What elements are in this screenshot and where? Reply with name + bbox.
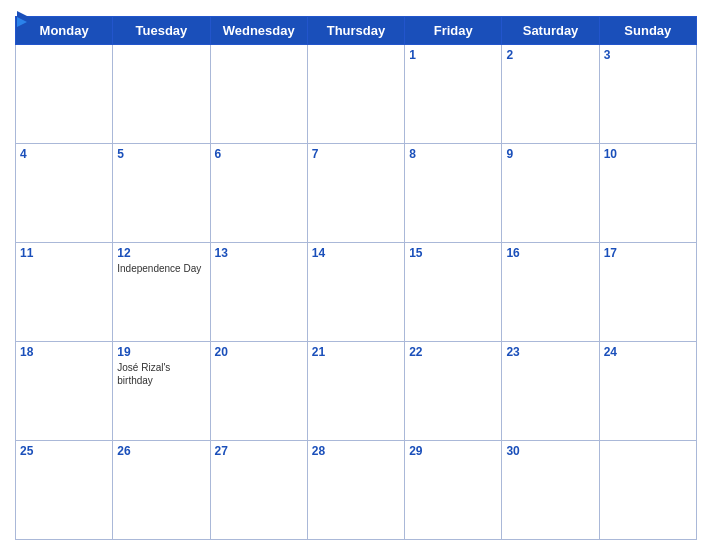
calendar-cell [113,45,210,144]
day-number: 23 [506,345,594,359]
day-number: 26 [117,444,205,458]
day-number: 13 [215,246,303,260]
calendar-cell: 9 [502,144,599,243]
calendar-cell: 1 [405,45,502,144]
day-number: 24 [604,345,692,359]
day-number: 16 [506,246,594,260]
calendar-cell: 15 [405,243,502,342]
calendar-cell: 4 [16,144,113,243]
calendar-cell: 29 [405,441,502,540]
day-number: 8 [409,147,497,161]
day-number: 2 [506,48,594,62]
calendar-cell: 28 [307,441,404,540]
day-number: 25 [20,444,108,458]
calendar-cell: 20 [210,342,307,441]
calendar-cell [599,441,696,540]
calendar-cell: 25 [16,441,113,540]
calendar-cell: 23 [502,342,599,441]
calendar-cell: 2 [502,45,599,144]
day-number: 15 [409,246,497,260]
day-number: 7 [312,147,400,161]
day-number: 19 [117,345,205,359]
calendar-cell: 16 [502,243,599,342]
calendar-table: MondayTuesdayWednesdayThursdayFridaySatu… [15,16,697,540]
weekday-header-tuesday: Tuesday [113,17,210,45]
calendar-cell: 6 [210,144,307,243]
calendar-cell: 18 [16,342,113,441]
calendar-cell: 11 [16,243,113,342]
calendar-cell [307,45,404,144]
day-number: 9 [506,147,594,161]
day-number: 1 [409,48,497,62]
week-row-3: 1112Independence Day1314151617 [16,243,697,342]
holiday-label: Independence Day [117,262,205,275]
calendar-cell: 3 [599,45,696,144]
day-number: 4 [20,147,108,161]
weekday-header-row: MondayTuesdayWednesdayThursdayFridaySatu… [16,17,697,45]
day-number: 10 [604,147,692,161]
weekday-header-thursday: Thursday [307,17,404,45]
day-number: 29 [409,444,497,458]
day-number: 20 [215,345,303,359]
calendar-cell: 21 [307,342,404,441]
day-number: 11 [20,246,108,260]
logo-bird-icon [17,11,33,33]
holiday-label: José Rizal's birthday [117,361,205,387]
calendar-cell: 12Independence Day [113,243,210,342]
day-number: 22 [409,345,497,359]
day-number: 21 [312,345,400,359]
week-row-5: 252627282930 [16,441,697,540]
weekday-header-friday: Friday [405,17,502,45]
calendar-cell: 5 [113,144,210,243]
day-number: 3 [604,48,692,62]
day-number: 5 [117,147,205,161]
day-number: 30 [506,444,594,458]
calendar-cell: 17 [599,243,696,342]
calendar-cell: 10 [599,144,696,243]
week-row-2: 45678910 [16,144,697,243]
calendar-cell [210,45,307,144]
calendar-cell: 7 [307,144,404,243]
day-number: 12 [117,246,205,260]
calendar-cell: 8 [405,144,502,243]
calendar-cell: 14 [307,243,404,342]
day-number: 28 [312,444,400,458]
calendar-cell: 27 [210,441,307,540]
calendar-cell: 13 [210,243,307,342]
weekday-header-sunday: Sunday [599,17,696,45]
day-number: 27 [215,444,303,458]
calendar-cell: 22 [405,342,502,441]
calendar-cell: 19José Rizal's birthday [113,342,210,441]
calendar-cell: 26 [113,441,210,540]
day-number: 14 [312,246,400,260]
day-number: 6 [215,147,303,161]
day-number: 17 [604,246,692,260]
calendar-cell: 30 [502,441,599,540]
day-number: 18 [20,345,108,359]
calendar-cell [16,45,113,144]
calendar-cell: 24 [599,342,696,441]
weekday-header-wednesday: Wednesday [210,17,307,45]
weekday-header-saturday: Saturday [502,17,599,45]
week-row-1: 123 [16,45,697,144]
week-row-4: 1819José Rizal's birthday2021222324 [16,342,697,441]
